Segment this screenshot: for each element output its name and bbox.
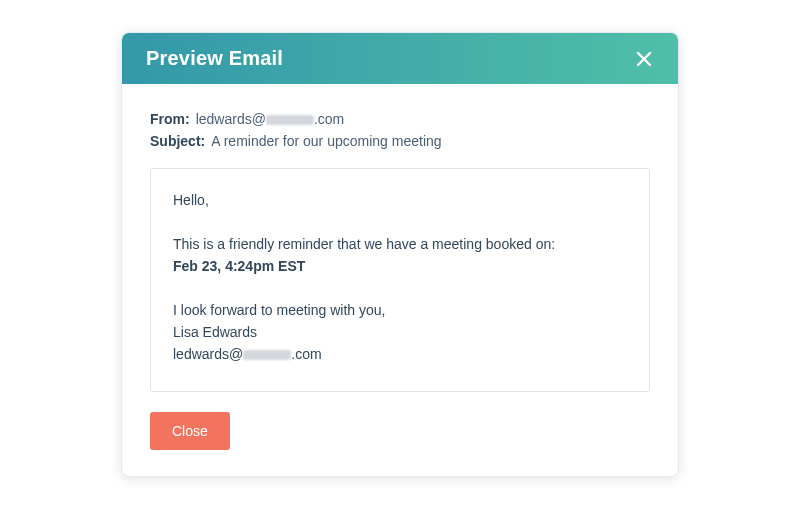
email-body-box: Hello, This is a friendly reminder that … xyxy=(150,168,650,392)
modal-title: Preview Email xyxy=(146,47,283,70)
modal-header: Preview Email xyxy=(122,33,678,84)
email-signature-name: Lisa Edwards xyxy=(173,321,627,343)
email-signature-email: ledwards@.com xyxy=(173,343,627,365)
from-label: From: xyxy=(150,108,190,130)
from-value-prefix: ledwards@ xyxy=(196,111,266,127)
modal-body: From: ledwards@.com Subject: A reminder … xyxy=(122,84,678,476)
from-value-suffix: .com xyxy=(314,111,344,127)
redacted-domain xyxy=(266,115,314,125)
preview-email-modal: Preview Email From: ledwards@.com Subjec… xyxy=(121,32,679,477)
modal-footer: Close xyxy=(150,412,650,450)
close-icon[interactable] xyxy=(634,49,654,69)
email-greeting: Hello, xyxy=(173,189,627,211)
from-line: From: ledwards@.com xyxy=(150,108,650,130)
subject-line: Subject: A reminder for our upcoming mee… xyxy=(150,130,650,152)
subject-label: Subject: xyxy=(150,130,205,152)
signature-email-prefix: ledwards@ xyxy=(173,346,243,362)
email-reminder-line: This is a friendly reminder that we have… xyxy=(173,233,627,255)
subject-value: A reminder for our upcoming meeting xyxy=(211,130,441,152)
spacer xyxy=(173,277,627,299)
redacted-domain xyxy=(243,350,291,360)
stage: Preview Email From: ledwards@.com Subjec… xyxy=(0,0,800,509)
email-meeting-time: Feb 23, 4:24pm EST xyxy=(173,255,627,277)
from-value: ledwards@.com xyxy=(196,108,345,130)
spacer xyxy=(173,211,627,233)
signature-email-suffix: .com xyxy=(291,346,321,362)
close-button[interactable]: Close xyxy=(150,412,230,450)
email-closing-line: I look forward to meeting with you, xyxy=(173,299,627,321)
